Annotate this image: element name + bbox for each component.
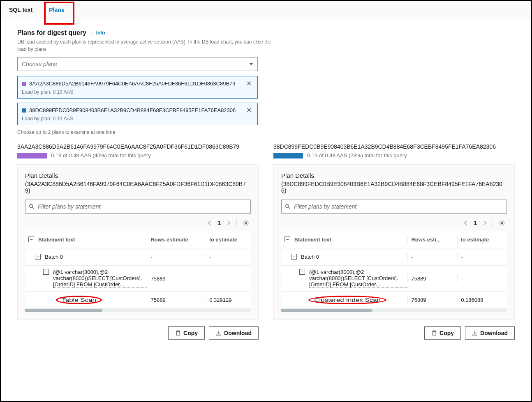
- info-link[interactable]: Info: [96, 30, 105, 36]
- statement-text: (@1 varchar(8000),@2 varchar(8000))SELEC…: [309, 269, 407, 288]
- search-icon: [29, 204, 35, 209]
- rows-estimate-value: 75889: [407, 296, 457, 304]
- horizontal-scrollbar[interactable]: [25, 309, 251, 312]
- divider: [493, 218, 493, 227]
- plan-chip-1: 3AA2A3C886D5A2B6146FA9979F64C0EA6AAC8F25…: [17, 76, 258, 99]
- section-title: Plans for digest query: [17, 29, 86, 37]
- plan-chip-2: 38DC899FEDC0B9E908403B6E1A32B9CD4B884E68…: [17, 103, 258, 125]
- io-estimate-value: 0.186088: [457, 296, 507, 304]
- rows-estimate-value: -: [407, 253, 457, 261]
- rows-estimate-value: 75889: [147, 296, 206, 304]
- prev-page-button[interactable]: [208, 220, 212, 226]
- load-bar: [273, 153, 303, 159]
- svg-point-2: [245, 222, 247, 224]
- horizontal-scrollbar[interactable]: [281, 309, 507, 312]
- page-number: 1: [474, 220, 477, 226]
- io-estimate-value: -: [206, 253, 251, 261]
- row-toggle[interactable]: −: [35, 254, 41, 260]
- copy-button[interactable]: Copy: [424, 326, 461, 340]
- col-statement: Statement text: [38, 237, 75, 243]
- settings-button[interactable]: [243, 220, 249, 226]
- tab-sql-text[interactable]: SQL text: [1, 1, 41, 19]
- divider: |: [90, 30, 92, 36]
- svg-point-0: [30, 204, 33, 208]
- plan-details-card: Plan Details (3AA2A3C886D5A2B6146FA9979F…: [17, 164, 259, 320]
- collapse-all-toggle[interactable]: −: [285, 237, 290, 242]
- download-label: Download: [224, 330, 252, 336]
- rows-estimate-value: 75889: [147, 274, 206, 283]
- svg-rect-7: [433, 332, 436, 335]
- plan-hash: 38DC899FEDC0B9E908403B6E1A32B9CD4B884E68…: [29, 107, 245, 113]
- annotation-circle: Table Scan: [56, 296, 102, 304]
- load-text: 0.13 of 0.48 AAS (28%) total for this qu…: [307, 152, 407, 159]
- copy-label: Copy: [183, 330, 198, 336]
- annotation-circle: Clustered Index Scan: [308, 296, 386, 304]
- tabs-bar: SQL text Plans: [1, 1, 531, 19]
- plan-details-subtitle: (3AA2A3C886D5A2B6146FA9979F64C0EA6AAC8F2…: [25, 181, 251, 194]
- svg-rect-3: [177, 332, 180, 335]
- rows-estimate-value: -: [147, 253, 206, 261]
- filter-input[interactable]: Filter plans by statement: [25, 200, 251, 214]
- divider: [236, 218, 237, 227]
- col-io-estimate: Io estimate: [457, 236, 507, 244]
- filter-placeholder: Filter plans by statement: [38, 203, 101, 210]
- remove-chip-button[interactable]: ✕: [245, 80, 253, 87]
- settings-button[interactable]: [499, 220, 505, 226]
- copy-button[interactable]: Copy: [168, 326, 205, 340]
- download-label: Download: [480, 330, 508, 336]
- page-number: 1: [217, 220, 221, 226]
- copy-icon: [431, 330, 437, 336]
- download-button[interactable]: Download: [209, 326, 259, 340]
- io-estimate-value: -: [206, 274, 251, 283]
- load-bar: [17, 153, 47, 159]
- prev-page-button[interactable]: [464, 220, 468, 226]
- copy-icon: [175, 330, 181, 336]
- plan-table: −Statement text Rows estimate Io estimat…: [25, 231, 251, 309]
- statement-text: Clustered Index Scan: [314, 297, 381, 303]
- svg-point-4: [286, 204, 289, 208]
- plan-table: −Statement text Rows esti... Io estimate…: [281, 231, 507, 309]
- plan-load-text: Load by plan: 0.13 AAS: [22, 116, 253, 122]
- next-page-button[interactable]: [483, 220, 487, 226]
- select-placeholder: Choose plans: [22, 61, 57, 67]
- statement-text: Batch 0: [301, 254, 319, 260]
- svg-line-5: [289, 207, 290, 209]
- plan-load-text: Load by plan: 0.19 AAS: [22, 89, 253, 95]
- download-button[interactable]: Download: [465, 326, 515, 340]
- download-icon: [472, 330, 478, 336]
- row-toggle[interactable]: −: [43, 269, 49, 275]
- search-icon: [285, 204, 291, 209]
- choose-plans-select[interactable]: Choose plans: [17, 57, 258, 71]
- next-page-button[interactable]: [227, 220, 231, 226]
- row-toggle[interactable]: −: [291, 254, 297, 260]
- tab-plans[interactable]: Plans: [41, 1, 72, 19]
- collapse-all-toggle[interactable]: −: [28, 237, 34, 242]
- caret-down-icon: [249, 63, 253, 65]
- remove-chip-button[interactable]: ✕: [245, 106, 253, 114]
- statement-text: Batch 0: [45, 254, 63, 260]
- download-icon: [216, 330, 222, 336]
- copy-label: Copy: [439, 330, 454, 336]
- section-subtitle: DB load caused by each plan is represent…: [17, 38, 272, 53]
- filter-placeholder: Filter plans by statement: [294, 203, 357, 210]
- plan-hash-heading: 38DC899FEDC0B9E908403B6E1A32B9CD4B884E68…: [273, 143, 515, 150]
- rows-estimate-value: 75889: [407, 274, 457, 283]
- col-io-estimate: Io estimate: [206, 236, 251, 244]
- row-toggle[interactable]: −: [299, 269, 305, 275]
- plan-details-title: Plan Details: [25, 172, 251, 179]
- io-estimate-value: -: [457, 274, 507, 283]
- load-text: 0.19 of 0.48 AAS (40%) total for this qu…: [51, 152, 151, 159]
- io-estimate-value: -: [457, 253, 507, 261]
- plan-hash: 3AA2A3C886D5A2B6146FA9979F64C0EA6AAC8F25…: [29, 80, 245, 87]
- plan-details-subtitle: (38DC899FEDC0B9E908403B6E1A32B9CD4B884E6…: [281, 181, 507, 194]
- plan-color-swatch: [22, 108, 26, 113]
- svg-line-1: [32, 207, 34, 209]
- choose-hint: Choose up to 2 plans to examine at one t…: [17, 129, 515, 135]
- plan-details-card: Plan Details (38DC899FEDC0B9E908403B6E1A…: [273, 164, 515, 320]
- col-rows-estimate: Rows esti...: [407, 236, 457, 244]
- io-estimate-value: 0.329129: [206, 296, 251, 304]
- svg-point-6: [501, 222, 503, 224]
- plan-hash-heading: 3AA2A3C886D5A2B6146FA9979F64C0EA6AAC8F25…: [17, 143, 259, 150]
- filter-input[interactable]: Filter plans by statement: [281, 200, 507, 214]
- plan-color-swatch: [22, 82, 26, 86]
